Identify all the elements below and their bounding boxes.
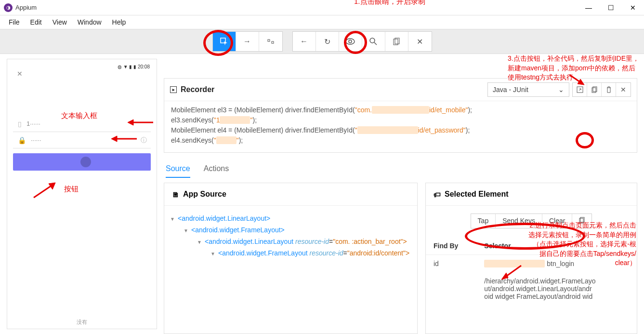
svg-rect-2 [272, 41, 274, 43]
toolbar-group-1: → [212, 31, 283, 52]
tag-icon: 🏷 [434, 190, 441, 199]
recorder-title: ▸ Recorder [170, 85, 214, 94]
table-row[interactable]: /hierarchy/android.widget.FrameLayo ut/a… [426, 272, 637, 305]
device-status-bar: ◍ ▼ ▮ ▮ 20:08 [11, 63, 153, 70]
record-button[interactable] [339, 32, 362, 51]
svg-marker-23 [501, 273, 508, 280]
tap-button[interactable]: Tap [471, 214, 496, 228]
back-button[interactable]: ← [293, 32, 316, 51]
device-input-password[interactable]: 🔒 ······ ⓘ [13, 132, 151, 148]
window-controls: — ☐ ✕ [578, 0, 644, 15]
annotation-arrow-2 [110, 133, 139, 147]
annotation-start-record: 1.点击眼睛，开启录制 [354, 0, 425, 6]
svg-line-6 [374, 42, 377, 45]
menu-window[interactable]: Window [73, 16, 106, 28]
minimize-button[interactable]: — [578, 0, 600, 15]
device-bottom-text: 没有 [77, 319, 87, 326]
device-close-icon[interactable]: ✕ [17, 70, 23, 78]
copy-code-button[interactable] [587, 83, 602, 96]
close-button[interactable]: ✕ [622, 0, 644, 15]
selected-element-title: Selected Element [445, 190, 509, 199]
device-input-mobile-value: 1······ [26, 120, 40, 127]
eye-icon [345, 38, 355, 45]
findby-header: Find By [426, 237, 476, 255]
device-button-highlight [80, 157, 91, 167]
search-icon [369, 38, 377, 45]
device-input-password-value: ······ [31, 136, 41, 144]
annotation-arrow-step2 [499, 263, 524, 284]
trash-icon [606, 86, 612, 93]
source-tree[interactable]: ▼<android.widget.LinearLayout> ▼<android… [164, 206, 417, 266]
swipe-button[interactable]: → [236, 32, 259, 51]
lock-icon: 🔒 [18, 136, 26, 144]
chevron-down-icon: ⌄ [558, 86, 564, 94]
annotation-arrow-1 [127, 117, 156, 130]
toolbar-group-2: ← ↻ ✕ [292, 31, 432, 52]
menu-bar: File Edit View Window Help [0, 15, 644, 29]
svg-marker-10 [128, 120, 133, 125]
tab-actions[interactable]: Actions [204, 164, 229, 178]
maximize-button[interactable]: ☐ [600, 0, 622, 15]
svg-point-3 [346, 39, 355, 44]
quit-button[interactable]: ✕ [408, 32, 432, 51]
coord-icon [267, 38, 275, 45]
select-icon [220, 37, 228, 46]
device-frame[interactable]: ◍ ▼ ▮ ▮ 20:08 ✕ 文本输入框 ▯ 1······ 🔒 ······… [7, 59, 157, 329]
search-button[interactable] [362, 32, 385, 51]
findby-cell: id [426, 255, 476, 273]
menu-file[interactable]: File [4, 16, 25, 28]
annotation-step3: 3.点击按钮，补全代码，然后复制到IDE里， 新建maven项目，添加pom中的… [508, 54, 639, 82]
toolbar: → ← ↻ ✕ [0, 29, 644, 54]
copy-icon [393, 38, 400, 45]
svg-rect-1 [268, 40, 270, 41]
annotation-button: 按钮 [64, 185, 79, 194]
tree-node[interactable]: <android.widget.LinearLayout> [178, 214, 270, 222]
app-source-title: App Source [183, 190, 226, 199]
phone-icon: ▯ [18, 120, 22, 128]
source-tabs: Source Actions [164, 160, 637, 178]
menu-view[interactable]: View [48, 16, 72, 28]
svg-point-5 [370, 38, 375, 43]
help-icon[interactable]: ⓘ [141, 136, 147, 145]
file-icon: 🗎 [172, 190, 179, 199]
app-source-card: 🗎 App Source ▼<android.widget.LinearLayo… [164, 183, 418, 334]
language-select-value: Java - JUnit [493, 86, 528, 94]
copy-xml-button[interactable] [385, 32, 408, 51]
close-recorder-button[interactable]: ✕ [616, 83, 631, 96]
language-select[interactable]: Java - JUnit ⌄ [487, 82, 569, 97]
inspector-panel: 3.点击按钮，补全代码，然后复制到IDE里， 新建maven项目，添加pom中的… [164, 54, 644, 334]
title-bar: ◑ Appium — ☐ ✕ [0, 0, 644, 15]
recorder-icon: ▸ [170, 86, 177, 93]
device-login-button[interactable] [13, 153, 151, 171]
svg-marker-12 [111, 136, 117, 142]
delete-code-button[interactable] [602, 83, 616, 96]
device-preview-panel: ◍ ▼ ▮ ▮ 20:08 ✕ 文本输入框 ▯ 1······ 🔒 ······… [0, 54, 164, 334]
refresh-button[interactable]: ↻ [316, 32, 339, 51]
device-input-mobile[interactable]: ▯ 1······ [13, 116, 151, 132]
recorder-code[interactable]: MobileElement el3 = (MobileElement) driv… [164, 101, 637, 152]
window-title: Appium [15, 4, 37, 11]
menu-edit[interactable]: Edit [26, 16, 47, 28]
tab-source[interactable]: Source [166, 164, 190, 178]
menu-help[interactable]: Help [107, 16, 131, 28]
app-logo-icon: ◑ [4, 3, 13, 12]
annotation-arrow-3 [31, 181, 60, 202]
tree-node[interactable]: <android.widget.FrameLayout> [191, 226, 285, 234]
copy-icon [591, 86, 597, 93]
tree-node[interactable]: <android.widget.FrameLayout resource-id=… [218, 249, 409, 257]
recorder-card: ▸ Recorder Java - JUnit ⌄ [164, 78, 637, 153]
select-element-button[interactable] [213, 32, 236, 51]
svg-point-4 [349, 40, 352, 43]
tap-coord-button[interactable] [259, 32, 282, 51]
annotation-step2: 2.进行录制点击页面元素，然后点击 选择元素按钮，录制一条简单的用例 （点击选择… [528, 221, 636, 268]
svg-line-13 [34, 185, 53, 198]
tree-node[interactable]: <android.widget.LinearLayout resource-id… [205, 238, 407, 245]
